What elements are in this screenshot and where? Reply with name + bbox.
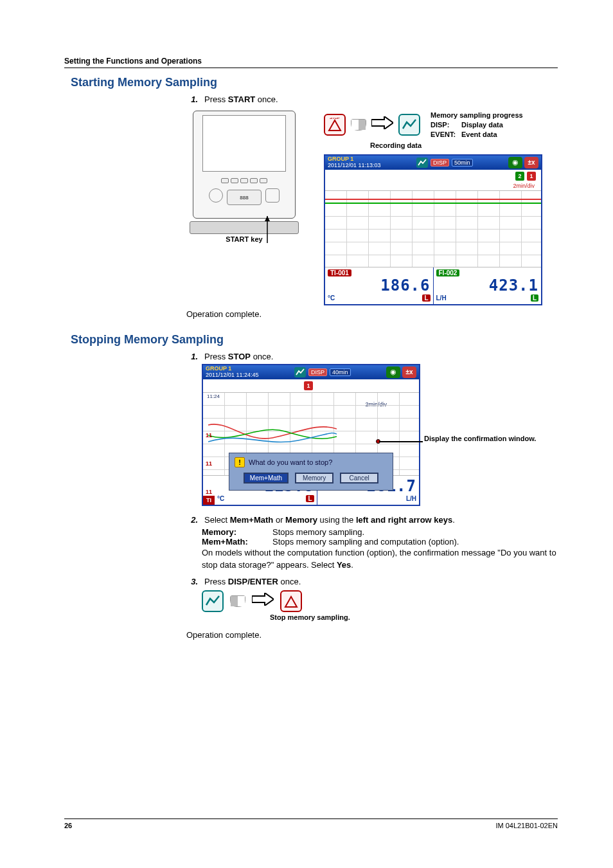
text: Press bbox=[204, 352, 228, 361]
step-text: Press DISP/ENTER once. bbox=[204, 577, 301, 586]
arrow-right-icon bbox=[252, 593, 274, 610]
run-indicator-icon bbox=[416, 158, 428, 168]
section-header: Setting the Functions and Operations bbox=[64, 57, 558, 68]
def-text: Stops memory sampling. bbox=[272, 527, 558, 537]
legend: Memory sampling progress DISP:Display da… bbox=[431, 111, 523, 140]
trace-curves bbox=[208, 419, 337, 448]
dialog-text: What do you want to stop? bbox=[249, 458, 332, 466]
device-illustration: 888 START key bbox=[186, 111, 302, 246]
legend-line: Memory sampling progress bbox=[431, 111, 523, 120]
unit: °C bbox=[328, 294, 335, 302]
alarm-flag: L bbox=[422, 294, 430, 302]
unit: L/H bbox=[436, 294, 447, 302]
step-text: Select Mem+Math or Memory using the left… bbox=[204, 515, 455, 525]
leader-arrow-icon bbox=[265, 216, 287, 248]
note-text: On models without the computation functi… bbox=[202, 547, 558, 572]
step-text: Press STOP once. bbox=[204, 352, 273, 361]
page-number: 26 bbox=[64, 822, 72, 829]
step-number: 1. bbox=[186, 352, 198, 361]
step-number: 1. bbox=[186, 95, 198, 104]
trace-red bbox=[325, 199, 541, 200]
channel-value: 423.1 bbox=[436, 276, 539, 294]
operation-complete: Operation complete. bbox=[186, 309, 558, 319]
step-text: Press START once. bbox=[204, 95, 278, 104]
channel-tag: TI bbox=[203, 496, 215, 505]
time-division: 2min/div bbox=[325, 183, 541, 190]
settings-mini-icon: ◉ bbox=[386, 366, 400, 378]
heading-stopping: Stopping Memory Sampling bbox=[71, 333, 558, 347]
step-number: 2. bbox=[186, 515, 198, 525]
confirm-callout: Display the confirmation window. bbox=[424, 435, 536, 442]
rocker-switch-icon bbox=[230, 595, 245, 607]
warning-icon: ! bbox=[235, 457, 245, 467]
unit: L/H bbox=[406, 495, 416, 502]
mode-chip: DISP bbox=[308, 368, 327, 376]
rocker-switch-icon bbox=[351, 119, 366, 131]
channel-tag: TI-001 bbox=[328, 269, 351, 276]
memory-button[interactable]: Memory bbox=[295, 473, 333, 484]
run-state-icon bbox=[202, 590, 224, 612]
recorder-screen: GROUP 1 2011/12/01 11:13:03 DISP 50min ◉… bbox=[324, 154, 542, 305]
relative-mini-icon: ±x bbox=[524, 157, 538, 168]
legend-def: Display data bbox=[461, 121, 503, 129]
text: once. bbox=[251, 352, 273, 361]
time-chip: 40min bbox=[330, 368, 351, 376]
run-state-icon bbox=[398, 114, 420, 136]
flow-caption: Stop memory sampling. bbox=[270, 613, 558, 621]
key-name: DISP/ENTER bbox=[228, 577, 278, 586]
heading-starting: Starting Memory Sampling bbox=[71, 76, 558, 89]
trace-green bbox=[325, 203, 541, 204]
legend-term: EVENT: bbox=[431, 130, 461, 140]
key-name: START bbox=[228, 95, 255, 104]
arrow-right-icon bbox=[371, 116, 393, 133]
cancel-button[interactable]: Cancel bbox=[340, 473, 378, 484]
unit: °C bbox=[217, 495, 224, 502]
memmath-button[interactable]: Mem+Math bbox=[244, 473, 289, 484]
relative-mini-icon: ±x bbox=[402, 366, 416, 378]
channel-tag: FI-002 bbox=[436, 269, 460, 276]
timestamp: 2011/12/01 11:24:45 bbox=[206, 372, 259, 378]
def-text: Stops memory sampling and computation (o… bbox=[272, 537, 558, 547]
mode-chip: DISP bbox=[431, 159, 449, 167]
time-chip: 50min bbox=[452, 159, 473, 167]
timestamp: 2011/12/01 11:13:03 bbox=[328, 163, 381, 168]
confirm-dialog: ! What do you want to stop? Mem+Math Mem… bbox=[229, 453, 393, 491]
doc-id: IM 04L21B01-02EN bbox=[495, 822, 558, 829]
alarm-flag: L bbox=[306, 495, 314, 502]
stop-state-icon: STOP bbox=[324, 114, 346, 136]
text: once. bbox=[255, 95, 278, 104]
operation-complete: Operation complete. bbox=[186, 630, 558, 640]
def-term: Mem+Math bbox=[202, 537, 245, 547]
recording-caption: Recording data bbox=[370, 141, 542, 150]
legend-term: DISP: bbox=[431, 120, 461, 130]
legend-def: Event data bbox=[461, 131, 497, 138]
alarm-badge: 1 bbox=[527, 172, 536, 181]
recorder-screen-stop: GROUP 1 2011/12/01 11:24:45 DISP 40min ◉… bbox=[202, 364, 420, 506]
svg-marker-1 bbox=[265, 216, 270, 221]
svg-text:STOP: STOP bbox=[330, 118, 340, 120]
key-name: STOP bbox=[228, 352, 251, 361]
callout-leader bbox=[379, 441, 423, 442]
side-tags: 11 11 11 bbox=[206, 432, 212, 495]
alarm-flag: L bbox=[531, 294, 538, 302]
settings-mini-icon: ◉ bbox=[508, 157, 522, 168]
channel-value: 186.6 bbox=[328, 276, 431, 294]
stop-state-icon bbox=[280, 590, 302, 612]
step-number: 3. bbox=[186, 577, 198, 586]
alarm-badge: 2 bbox=[515, 172, 524, 181]
text: Press bbox=[204, 95, 228, 104]
run-indicator-icon bbox=[294, 367, 306, 377]
alarm-badge: 1 bbox=[304, 381, 313, 390]
def-term: Memory bbox=[202, 527, 234, 537]
